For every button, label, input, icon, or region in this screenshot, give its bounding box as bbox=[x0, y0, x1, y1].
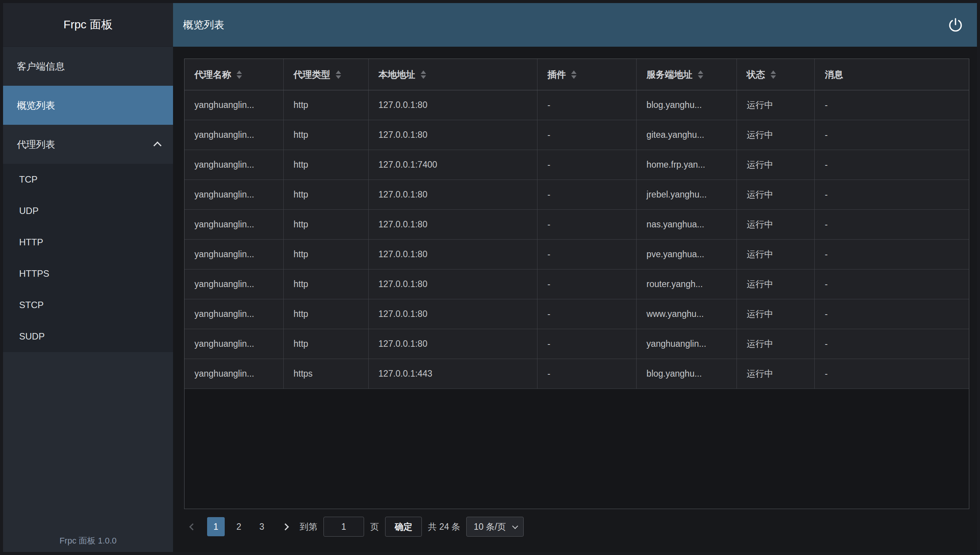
sort-descending-icon[interactable] bbox=[336, 75, 341, 79]
sidebar-item-http[interactable]: HTTP bbox=[3, 227, 173, 258]
sort-ascending-icon[interactable] bbox=[571, 70, 577, 74]
sort-ascending-icon[interactable] bbox=[237, 70, 242, 74]
cell-local-address: 127.0.0.1:80 bbox=[369, 180, 538, 209]
cell-status: 运行中 bbox=[737, 150, 815, 180]
cell-local-address: 127.0.0.1:80 bbox=[369, 240, 538, 269]
page-button-1[interactable]: 1 bbox=[207, 517, 225, 536]
table-header-row: 代理名称代理类型本地地址插件服务端地址状态消息 bbox=[185, 59, 969, 90]
cell-local-address: 127.0.0.1:80 bbox=[369, 269, 538, 299]
top-header-bar: 概览列表 bbox=[173, 3, 977, 47]
cell-message: - bbox=[815, 180, 969, 209]
cell-server-address: jrebel.yanghu... bbox=[637, 180, 737, 209]
power-button[interactable] bbox=[945, 14, 966, 36]
table-row: yanghuanglin...http127.0.0.1:80-blog.yan… bbox=[185, 90, 969, 120]
column-header-proxy-type[interactable]: 代理类型 bbox=[284, 59, 369, 90]
column-header-server-address[interactable]: 服务端地址 bbox=[637, 59, 737, 90]
confirm-button[interactable]: 确定 bbox=[385, 517, 422, 537]
cell-local-address: 127.0.0.1:7400 bbox=[369, 150, 538, 180]
sidebar-item-client-info[interactable]: 客户端信息 bbox=[3, 47, 173, 86]
cell-server-address: yanghuanglin... bbox=[637, 329, 737, 359]
cell-plugin: - bbox=[537, 269, 637, 299]
cell-message: - bbox=[815, 299, 969, 329]
sort-ascending-icon[interactable] bbox=[771, 70, 776, 74]
cell-plugin: - bbox=[537, 120, 637, 150]
cell-status: 运行中 bbox=[737, 359, 815, 388]
cell-status: 运行中 bbox=[737, 329, 815, 359]
sort-descending-icon[interactable] bbox=[571, 75, 577, 79]
column-header-proxy-name[interactable]: 代理名称 bbox=[185, 59, 284, 90]
sidebar-item-proxy-list[interactable]: 代理列表 bbox=[3, 125, 173, 164]
cell-proxy-name: yanghuanglin... bbox=[185, 150, 284, 180]
chevron-down-icon bbox=[512, 523, 518, 529]
page-unit-label: 页 bbox=[370, 521, 379, 533]
cell-message: - bbox=[815, 120, 969, 150]
cell-plugin: - bbox=[537, 90, 637, 120]
cell-proxy-type: http bbox=[284, 120, 369, 150]
sort-icon[interactable] bbox=[771, 70, 776, 79]
goto-page-input[interactable] bbox=[323, 517, 364, 537]
sort-icon[interactable] bbox=[421, 70, 426, 79]
sort-icon[interactable] bbox=[571, 70, 577, 79]
cell-status: 运行中 bbox=[737, 120, 815, 150]
sidebar-item-udp[interactable]: UDP bbox=[3, 195, 173, 227]
cell-server-address: pve.yanghua... bbox=[637, 240, 737, 269]
sort-ascending-icon[interactable] bbox=[336, 70, 341, 74]
sort-descending-icon[interactable] bbox=[771, 75, 776, 79]
sidebar-item-stcp[interactable]: STCP bbox=[3, 289, 173, 321]
page-button-3[interactable]: 3 bbox=[253, 517, 271, 536]
pager-numbers: 123 bbox=[207, 517, 271, 536]
table-row: yanghuanglin...http127.0.0.1:80-router.y… bbox=[185, 269, 969, 299]
cell-proxy-name: yanghuanglin... bbox=[185, 329, 284, 359]
cell-message: - bbox=[815, 210, 969, 239]
cell-plugin: - bbox=[537, 299, 637, 329]
sidebar: Frpc 面板 客户端信息 概览列表 代理列表 TCPUDPHTTPHTTPSS… bbox=[3, 3, 173, 552]
cell-proxy-type: http bbox=[284, 180, 369, 209]
column-header-local-address[interactable]: 本地地址 bbox=[369, 59, 538, 90]
cell-plugin: - bbox=[537, 359, 637, 388]
sort-descending-icon[interactable] bbox=[237, 75, 242, 79]
cell-proxy-type: http bbox=[284, 299, 369, 329]
sort-ascending-icon[interactable] bbox=[421, 70, 426, 74]
sort-ascending-icon[interactable] bbox=[698, 70, 703, 74]
cell-proxy-type: http bbox=[284, 150, 369, 180]
sort-icon[interactable] bbox=[237, 70, 242, 79]
cell-server-address: blog.yanghu... bbox=[637, 359, 737, 388]
sidebar-item-tcp[interactable]: TCP bbox=[3, 164, 173, 195]
sidebar-submenu: TCPUDPHTTPHTTPSSTCPSUDP bbox=[3, 164, 173, 352]
cell-server-address: www.yanghu... bbox=[637, 299, 737, 329]
page-size-select[interactable]: 10 条/页 bbox=[466, 517, 523, 537]
table-body: yanghuanglin...http127.0.0.1:80-blog.yan… bbox=[185, 90, 969, 389]
cell-message: - bbox=[815, 150, 969, 180]
sidebar-item-https[interactable]: HTTPS bbox=[3, 258, 173, 289]
cell-proxy-name: yanghuanglin... bbox=[185, 240, 284, 269]
column-header-plugin[interactable]: 插件 bbox=[537, 59, 637, 90]
table-row: yanghuanglin...http127.0.0.1:7400-home.f… bbox=[185, 150, 969, 180]
cell-message: - bbox=[815, 90, 969, 120]
cell-proxy-type: http bbox=[284, 210, 369, 239]
cell-server-address: nas.yanghua... bbox=[637, 210, 737, 239]
cell-proxy-type: https bbox=[284, 359, 369, 388]
sidebar-item-overview[interactable]: 概览列表 bbox=[3, 86, 173, 125]
cell-proxy-type: http bbox=[284, 329, 369, 359]
power-icon bbox=[947, 17, 964, 33]
next-page-button[interactable] bbox=[277, 518, 294, 535]
sidebar-item-sudp[interactable]: SUDP bbox=[3, 321, 173, 352]
page-button-2[interactable]: 2 bbox=[230, 517, 248, 536]
cell-proxy-type: http bbox=[284, 240, 369, 269]
column-header-status[interactable]: 状态 bbox=[737, 59, 815, 90]
cell-proxy-name: yanghuanglin... bbox=[185, 210, 284, 239]
sidebar-item-label: 概览列表 bbox=[17, 99, 55, 112]
sidebar-item-label: 代理列表 bbox=[17, 138, 55, 151]
overview-table: 代理名称代理类型本地地址插件服务端地址状态消息 yanghuanglin...h… bbox=[184, 59, 969, 509]
prev-page-button[interactable] bbox=[184, 518, 201, 535]
cell-local-address: 127.0.0.1:80 bbox=[369, 120, 538, 150]
pagination-bar: 123 到第 页 确定 共 24 条 10 条/页 bbox=[184, 515, 524, 538]
table-row: yanghuanglin...http127.0.0.1:80-nas.yang… bbox=[185, 210, 969, 240]
table-row: yanghuanglin...http127.0.0.1:80-yanghuan… bbox=[185, 329, 969, 359]
sort-icon[interactable] bbox=[698, 70, 703, 79]
sort-icon[interactable] bbox=[336, 70, 341, 79]
cell-status: 运行中 bbox=[737, 299, 815, 329]
sort-descending-icon[interactable] bbox=[698, 75, 703, 79]
cell-local-address: 127.0.0.1:443 bbox=[369, 359, 538, 388]
sort-descending-icon[interactable] bbox=[421, 75, 426, 79]
